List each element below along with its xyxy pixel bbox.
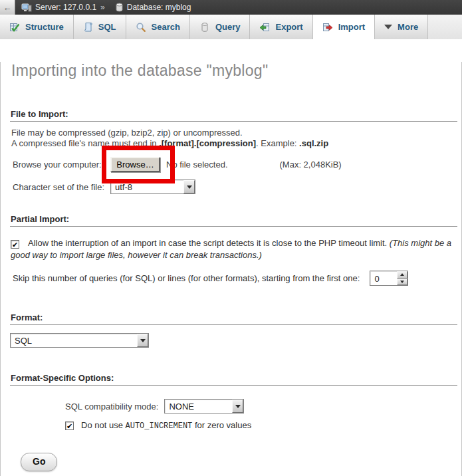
section-header-file-to-import: File to Import: [10, 109, 457, 122]
sql-icon [83, 22, 93, 33]
allow-interruption-row: Allow the interruption of an import in c… [11, 237, 455, 261]
section-header-format: Format: [10, 312, 457, 325]
sql-compatibility-label: SQL compatibility mode: [65, 402, 158, 412]
skip-queries-label: Skip this number of queries (for SQL) or… [13, 273, 360, 283]
browse-row: Browse your computer: Browse… No file se… [13, 157, 461, 172]
chevron-down-icon [384, 25, 392, 29]
browse-button[interactable]: Browse… [110, 157, 160, 172]
tabbar: Structure SQL Search Query [0, 15, 462, 39]
spinner-up-icon [400, 273, 404, 276]
tab-import[interactable]: Import [313, 15, 375, 39]
format-row: SQL [10, 333, 461, 348]
charset-label: Character set of the file: [13, 182, 110, 192]
sql-compatibility-dropdown-arrow-button[interactable] [232, 400, 243, 413]
charset-dropdown[interactable]: utf-8 [110, 179, 195, 194]
charset-row: Character set of the file: utf-8 [13, 179, 461, 194]
tab-label: Query [215, 22, 241, 32]
back-arrow-icon: ← [3, 3, 12, 13]
tab-sql[interactable]: SQL [74, 15, 126, 39]
browse-label: Browse your computer: [13, 160, 110, 170]
max-size-text: (Max: 2,048KiB) [280, 160, 342, 170]
auto-increment-code: AUTO_INCREMENT [126, 421, 193, 431]
dropdown-arrow-icon [140, 339, 146, 342]
tab-label: Export [275, 22, 302, 32]
allow-interruption-label: Allow the interruption of an import in c… [28, 238, 390, 248]
spinner-down-button[interactable] [397, 279, 407, 286]
sql-compatibility-row: SQL compatibility mode: NONE [65, 399, 461, 414]
auto-increment-checkbox[interactable] [65, 421, 74, 430]
skip-queries-value: 0 [370, 271, 397, 285]
auto-increment-row: Do not use AUTO_INCREMENT for zero value… [65, 420, 461, 431]
spinner-down-icon [400, 281, 404, 283]
skip-queries-input[interactable]: 0 [370, 271, 408, 286]
breadcrumb-database[interactable]: Database: myblog [127, 3, 191, 12]
sql-compatibility-dropdown-value: NONE [165, 400, 232, 413]
tab-query[interactable]: Query [190, 15, 251, 39]
back-button[interactable]: ← [0, 0, 15, 15]
tab-label: Structure [25, 22, 64, 32]
topbar: ← Server: 127.0.0.1 » Database: myblog [0, 0, 462, 15]
main-content: Importing into the database "myblog" Fil… [0, 62, 462, 476]
dropdown-arrow-icon [235, 405, 241, 408]
search-icon [136, 22, 146, 33]
dropdown-arrow-icon [187, 185, 192, 189]
tab-search[interactable]: Search [126, 15, 190, 39]
sql-compatibility-dropdown[interactable]: NONE [164, 399, 244, 414]
no-file-selected-text: No file selected. [166, 160, 228, 170]
server-icon [21, 3, 32, 13]
compression-info-text: File may be compressed (gzip, bzip2, zip… [11, 128, 456, 148]
database-icon [115, 3, 124, 12]
tab-label: Search [152, 22, 180, 32]
tab-more[interactable]: More [375, 15, 428, 39]
section-header-format-specific-options: Format-Specific Options: [10, 373, 457, 386]
query-icon [199, 22, 210, 33]
tab-label: More [398, 22, 418, 32]
tab-structure[interactable]: Structure [0, 15, 74, 39]
tab-label: SQL [98, 22, 116, 32]
export-icon [259, 22, 270, 33]
format-dropdown-arrow-button[interactable] [137, 334, 148, 347]
allow-interruption-checkbox[interactable] [11, 240, 19, 249]
tab-export[interactable]: Export [250, 15, 312, 39]
import-icon [322, 22, 333, 33]
structure-icon [9, 22, 20, 33]
breadcrumb-server[interactable]: Server: 127.0.0.1 [35, 3, 96, 12]
breadcrumb-separator: » [100, 3, 105, 12]
spinner-up-button[interactable] [397, 271, 407, 279]
page-title: Importing into the database "myblog" [11, 62, 461, 80]
charset-dropdown-value: utf-8 [111, 180, 183, 193]
go-button[interactable]: Go [21, 453, 57, 471]
auto-increment-label: Do not use AUTO_INCREMENT for zero value… [81, 420, 251, 431]
skip-row: Skip this number of queries (for SQL) or… [13, 271, 461, 286]
format-dropdown-value: SQL [11, 334, 137, 347]
format-dropdown[interactable]: SQL [10, 333, 149, 348]
charset-dropdown-arrow-button[interactable] [183, 180, 195, 193]
tab-label: Import [338, 22, 365, 32]
section-header-partial-import: Partial Import: [10, 214, 457, 227]
